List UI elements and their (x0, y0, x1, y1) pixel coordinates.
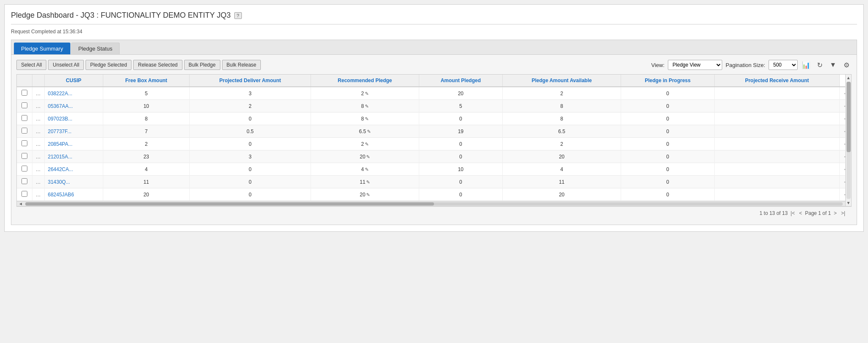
row-proj-deliver: 0.5 (190, 125, 311, 138)
prev-page-btn[interactable]: < (798, 210, 803, 216)
pagination-select[interactable]: 500 100 250 (769, 60, 798, 70)
col-free-box[interactable]: Free Box Amount (103, 75, 189, 87)
edit-icon[interactable]: ✎ (367, 129, 371, 134)
table-row: …207737F...70.56.5✎196.50◄ (17, 125, 851, 138)
table-row: …20854PA...202✎020◄ (17, 138, 851, 150)
row-cusip[interactable]: 26442CA... (44, 163, 103, 176)
row-checkbox[interactable] (21, 153, 27, 159)
row-rec-pledge: 8✎ (311, 113, 419, 125)
settings-icon[interactable]: ⚙ (841, 60, 852, 70)
row-pledge-prog: 0 (621, 125, 715, 138)
row-checkbox[interactable] (21, 128, 27, 134)
row-cusip[interactable]: 038222A... (44, 87, 103, 100)
row-checkbox[interactable] (21, 115, 27, 121)
scroll-left-arrow[interactable]: ◄ (17, 201, 24, 206)
scroll-down-arrow[interactable]: ▼ (846, 200, 852, 206)
row-proj-deliver: 0 (190, 138, 311, 150)
scrollbar-track[interactable] (25, 202, 843, 206)
col-proj-deliver[interactable]: Projected Deliver Amount (190, 75, 311, 87)
edit-icon[interactable]: ✎ (365, 142, 369, 147)
row-ellipsis: … (32, 125, 44, 138)
tab-pledge-summary[interactable]: Pledge Summary (14, 43, 70, 54)
pledge-selected-button[interactable]: Pledge Selected (86, 60, 131, 70)
tab-pledge-status[interactable]: Pledge Status (71, 43, 120, 54)
row-checkbox[interactable] (21, 90, 27, 96)
col-proj-receive[interactable]: Projected Receive Amount (714, 75, 839, 87)
scrollbar-thumb[interactable] (25, 202, 434, 206)
row-proj-receive (714, 188, 839, 201)
export-icon[interactable]: 📊 (801, 60, 811, 70)
row-proj-deliver: 2 (190, 100, 311, 113)
table-row: …212015A...23320✎0200◄ (17, 150, 851, 163)
row-cusip[interactable]: 68245JAB6 (44, 188, 103, 201)
row-checkbox[interactable] (21, 166, 27, 172)
row-free-box: 2 (103, 138, 189, 150)
last-page-btn[interactable]: >| (840, 210, 847, 216)
row-pledge-avail: 2 (502, 138, 621, 150)
row-cusip[interactable]: 31430Q... (44, 176, 103, 188)
col-pledge-avail[interactable]: Pledge Amount Available (502, 75, 621, 87)
row-proj-deliver: 0 (190, 163, 311, 176)
edit-icon[interactable]: ✎ (365, 116, 369, 122)
edit-icon[interactable]: ✎ (365, 91, 369, 96)
scroll-up-arrow[interactable]: ▲ (846, 75, 852, 81)
row-amt-pledged: 0 (419, 138, 502, 150)
row-free-box: 11 (103, 176, 189, 188)
row-cusip[interactable]: 20854PA... (44, 138, 103, 150)
view-select[interactable]: Pledge View Summary View (668, 60, 722, 70)
row-ellipsis: … (32, 113, 44, 125)
row-ellipsis: … (32, 163, 44, 176)
filter-icon[interactable]: ▼ (828, 60, 838, 70)
title-divider (11, 24, 857, 24)
row-cusip[interactable]: 207737F... (44, 125, 103, 138)
content-area: Select All Unselect All Pledge Selected … (11, 54, 857, 225)
row-rec-pledge: 8✎ (311, 100, 419, 113)
release-selected-button[interactable]: Release Selected (133, 60, 182, 70)
next-page-btn[interactable]: > (833, 210, 838, 216)
row-cusip[interactable]: 097023B... (44, 113, 103, 125)
bulk-pledge-button[interactable]: Bulk Pledge (184, 60, 220, 70)
horizontal-scrollbar[interactable]: ◄ ► (17, 201, 851, 206)
table-row: …05367AA...1028✎580◄ (17, 100, 851, 113)
row-pledge-avail: 6.5 (502, 125, 621, 138)
row-pledge-prog: 0 (621, 176, 715, 188)
row-proj-receive (714, 150, 839, 163)
unselect-all-button[interactable]: Unselect All (48, 60, 84, 70)
row-proj-deliver: 3 (190, 150, 311, 163)
col-rec-pledge[interactable]: Recommended Pledge (311, 75, 419, 87)
view-controls: View: Pledge View Summary View Paginatio… (651, 60, 852, 70)
row-proj-receive (714, 176, 839, 188)
v-scroll-thumb[interactable] (847, 82, 851, 152)
edit-icon[interactable]: ✎ (365, 167, 369, 172)
pagination-info: 1 to 13 of 13 (760, 210, 788, 216)
help-button[interactable]: ? (234, 12, 242, 19)
row-free-box: 8 (103, 113, 189, 125)
toolbar: Select All Unselect All Pledge Selected … (16, 60, 852, 70)
row-free-box: 23 (103, 150, 189, 163)
edit-icon[interactable]: ✎ (366, 180, 370, 185)
page-title: Pledge Dashboard - JQ3 : FUNCTIONALITY D… (11, 11, 857, 20)
row-checkbox[interactable] (21, 191, 27, 197)
first-page-btn[interactable]: |< (789, 210, 796, 216)
row-ellipsis: … (32, 138, 44, 150)
select-all-button[interactable]: Select All (16, 60, 46, 70)
vertical-scrollbar[interactable]: ▲ ▼ (845, 75, 851, 206)
edit-icon[interactable]: ✎ (366, 154, 370, 160)
row-ellipsis: … (32, 176, 44, 188)
col-cusip[interactable]: CUSIP (44, 75, 103, 87)
table-footer: 1 to 13 of 13 |< < Page 1 of 1 > >| (16, 206, 852, 220)
row-cusip[interactable]: 05367AA... (44, 100, 103, 113)
refresh-icon[interactable]: ↻ (814, 60, 825, 70)
row-free-box: 10 (103, 100, 189, 113)
v-scroll-track[interactable] (847, 82, 851, 199)
col-amt-pledged[interactable]: Amount Pledged (419, 75, 502, 87)
col-pledge-prog[interactable]: Pledge in Progress (621, 75, 715, 87)
row-cusip[interactable]: 212015A... (44, 150, 103, 163)
row-proj-receive (714, 87, 839, 100)
row-checkbox[interactable] (21, 102, 27, 108)
row-checkbox[interactable] (21, 140, 27, 146)
edit-icon[interactable]: ✎ (366, 192, 370, 198)
edit-icon[interactable]: ✎ (365, 104, 369, 109)
row-checkbox[interactable] (21, 178, 27, 184)
bulk-release-button[interactable]: Bulk Release (222, 60, 261, 70)
